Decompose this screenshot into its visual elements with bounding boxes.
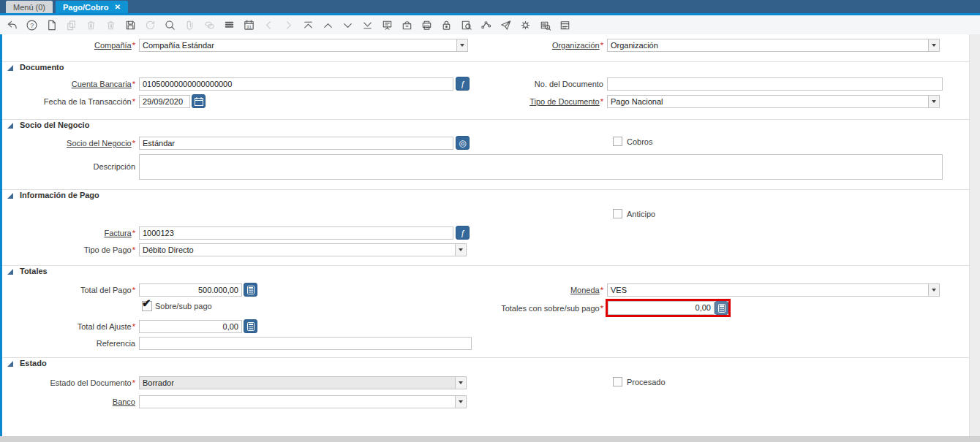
factura-zoom-button[interactable]: ƒ bbox=[456, 226, 470, 240]
total-ajuste-input[interactable]: 0,00 bbox=[139, 320, 242, 333]
collapse-icon[interactable] bbox=[7, 123, 13, 129]
total-pago-label: Total del Pago* bbox=[4, 286, 135, 294]
banco-value bbox=[139, 395, 455, 408]
section-estado-title: Estado bbox=[20, 359, 47, 367]
total-pago-calculator-button[interactable] bbox=[244, 283, 257, 297]
delete-selection-icon bbox=[104, 18, 118, 32]
toolbar: ?31 bbox=[0, 15, 980, 34]
horizontal-scrollbar[interactable] bbox=[0, 436, 980, 442]
save-icon[interactable] bbox=[124, 18, 137, 32]
tipo-documento-value: Pago Nacional bbox=[607, 95, 928, 108]
sobre-sub-pago-checkbox[interactable] bbox=[142, 301, 152, 311]
cobros-checkbox[interactable] bbox=[613, 137, 622, 146]
organizacion-select[interactable]: Organización bbox=[607, 39, 940, 52]
customize-window-icon[interactable] bbox=[558, 18, 572, 32]
organizacion-label: Organización* bbox=[457, 41, 603, 50]
cuenta-bancaria-input[interactable]: 01050000000000000000 bbox=[139, 77, 453, 91]
totales-sobre-sub-calculator-button[interactable] bbox=[715, 301, 728, 315]
moneda-value: VES bbox=[607, 283, 928, 297]
totales-sobre-sub-input[interactable]: 0,00 bbox=[608, 301, 715, 315]
chevron-down-icon[interactable] bbox=[455, 243, 467, 256]
fecha-transaccion-input[interactable]: 29/09/2020 bbox=[139, 95, 190, 108]
section-totales-title: Totales bbox=[20, 267, 48, 275]
anticipo-checkbox[interactable] bbox=[613, 209, 622, 218]
chevron-down-icon[interactable] bbox=[455, 376, 467, 389]
product-info-icon[interactable] bbox=[538, 18, 552, 32]
total-ajuste-calculator-button[interactable] bbox=[244, 319, 257, 333]
section-divider bbox=[2, 265, 969, 266]
tipo-documento-label: Tipo de Documento* bbox=[457, 97, 603, 106]
referencia-input[interactable] bbox=[139, 337, 472, 350]
parent-record-icon[interactable] bbox=[321, 18, 335, 32]
section-info-pago-title: Información de Pago bbox=[20, 191, 99, 199]
svg-text:31: 31 bbox=[246, 23, 252, 28]
chevron-down-icon[interactable] bbox=[455, 395, 467, 408]
compania-select[interactable]: Compañía Estándar bbox=[139, 39, 468, 52]
factura-input[interactable]: 1000123 bbox=[139, 226, 453, 240]
total-pago-input[interactable]: 500.000,00 bbox=[139, 283, 242, 297]
collapse-icon[interactable] bbox=[7, 65, 13, 71]
sobre-sub-pago-label: Sobre/sub pago bbox=[155, 302, 212, 310]
undo-icon[interactable] bbox=[5, 18, 19, 32]
tab-menu-label: Menú (0) bbox=[13, 3, 45, 12]
vertical-scrollbar[interactable] bbox=[969, 34, 980, 436]
socio-negocio-label: Socio del Negocio* bbox=[4, 139, 135, 148]
tipo-pago-label: Tipo de Pago* bbox=[4, 245, 135, 254]
last-record-icon[interactable] bbox=[361, 18, 374, 32]
compania-label: Compañía* bbox=[4, 41, 135, 50]
find-icon[interactable] bbox=[163, 18, 177, 32]
section-socio-title: Socio del Negocio bbox=[20, 121, 89, 129]
attachment-icon bbox=[183, 18, 197, 32]
tab-menu[interactable]: Menú (0) bbox=[6, 1, 53, 13]
copy-record-icon bbox=[64, 18, 78, 32]
socio-negocio-record-button[interactable]: ◎ bbox=[456, 136, 470, 150]
compania-value: Compañía Estándar bbox=[139, 39, 456, 52]
zoom-record-icon: ƒ bbox=[460, 229, 464, 237]
collapse-icon[interactable] bbox=[7, 193, 13, 199]
socio-negocio-input[interactable]: Estándar bbox=[139, 137, 453, 150]
first-record-icon[interactable] bbox=[301, 18, 315, 32]
detail-record-icon[interactable] bbox=[341, 18, 355, 32]
descripcion-label: Descripción bbox=[4, 162, 135, 171]
archive-icon[interactable] bbox=[400, 18, 414, 32]
report-icon[interactable] bbox=[380, 18, 394, 32]
tipo-documento-select[interactable]: Pago Nacional bbox=[607, 95, 940, 108]
referencia-label: Referencia bbox=[4, 339, 135, 348]
help-icon[interactable]: ? bbox=[25, 18, 39, 32]
tab-pago-cobro[interactable]: Pago/Cobro ✕ bbox=[56, 1, 128, 13]
fecha-transaccion-label: Fecha de la Transacción* bbox=[4, 97, 135, 106]
descripcion-textarea[interactable] bbox=[139, 154, 943, 180]
toggle-list-icon[interactable] bbox=[222, 18, 236, 32]
fecha-calendar-button[interactable] bbox=[192, 94, 206, 108]
collapse-icon[interactable] bbox=[7, 269, 13, 275]
lock-icon[interactable] bbox=[440, 18, 453, 32]
zoom-across-icon[interactable] bbox=[459, 18, 473, 32]
tipo-pago-select[interactable]: Débito Directo bbox=[139, 243, 467, 256]
section-documento-title: Documento bbox=[20, 63, 64, 72]
chevron-down-icon[interactable] bbox=[928, 283, 940, 297]
totales-sobre-sub-highlight: 0,00 bbox=[606, 299, 731, 317]
no-documento-label: No. del Documento bbox=[457, 80, 603, 88]
no-documento-input[interactable] bbox=[607, 77, 943, 91]
section-divider bbox=[2, 357, 969, 358]
banco-select[interactable] bbox=[139, 395, 467, 408]
chevron-down-icon[interactable] bbox=[928, 95, 940, 108]
workflow-icon[interactable] bbox=[479, 18, 493, 32]
banco-label: Banco bbox=[4, 397, 135, 406]
svg-text:?: ? bbox=[30, 21, 34, 28]
send-mail-icon[interactable] bbox=[499, 18, 513, 32]
calendar-icon[interactable]: 31 bbox=[242, 18, 256, 32]
next-record-icon bbox=[282, 18, 295, 32]
print-icon[interactable] bbox=[420, 18, 434, 32]
business-partner-icon: ◎ bbox=[459, 138, 466, 148]
cuenta-bancaria-label: Cuenta Bancaria* bbox=[4, 80, 135, 88]
close-icon[interactable]: ✕ bbox=[114, 4, 120, 11]
new-record-icon[interactable] bbox=[45, 18, 59, 32]
section-divider bbox=[2, 61, 969, 62]
estado-documento-select[interactable]: Borrador bbox=[139, 376, 467, 389]
moneda-select[interactable]: VES bbox=[607, 283, 940, 297]
preferences-icon[interactable] bbox=[519, 18, 532, 32]
collapse-icon[interactable] bbox=[7, 361, 13, 367]
chevron-down-icon[interactable] bbox=[928, 39, 940, 52]
procesado-checkbox[interactable] bbox=[613, 377, 622, 386]
